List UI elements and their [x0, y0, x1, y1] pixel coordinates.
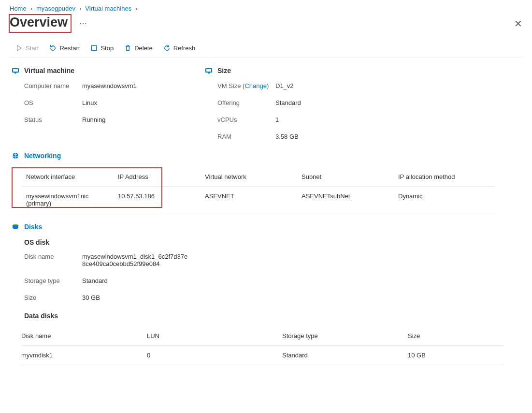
- disk-size-label: Size: [24, 294, 82, 301]
- play-icon: [15, 44, 23, 52]
- dd-size-header: Size: [408, 326, 504, 346]
- svg-rect-4: [14, 73, 16, 74]
- vcpus-value: 1: [275, 116, 369, 123]
- alloc-header: IP allocation method: [398, 167, 495, 187]
- computer-name-value: myasewindowsvm1: [82, 82, 176, 89]
- breadcrumb: Home › myasegpudev › Virtual machines ›: [10, 5, 522, 12]
- chevron-right-icon: ›: [30, 5, 32, 12]
- svg-marker-0: [17, 45, 21, 51]
- ip-header: IP Address: [118, 167, 205, 187]
- os-disk-heading: OS disk: [24, 238, 520, 246]
- breadcrumb-section[interactable]: Virtual machines: [85, 5, 131, 12]
- size-heading: Size: [217, 67, 231, 74]
- page-title: Overview: [10, 15, 68, 30]
- stop-button[interactable]: Stop: [88, 44, 115, 53]
- size-icon: [205, 67, 213, 74]
- delete-button[interactable]: Delete: [122, 44, 155, 53]
- svg-rect-3: [13, 69, 18, 72]
- chevron-right-icon: ›: [79, 5, 81, 12]
- disk-size-value: 30 GB: [82, 294, 215, 301]
- data-disks-table: Disk name LUN Storage type Size myvmdisk…: [21, 326, 520, 365]
- restart-label: Restart: [59, 44, 80, 52]
- disk-name-label: Disk name: [24, 253, 82, 267]
- ram-label: RAM: [217, 133, 275, 140]
- offering-value: Standard: [275, 99, 369, 106]
- ram-value: 3.58 GB: [275, 133, 369, 140]
- start-button: Start: [14, 44, 41, 53]
- vmsize-value: D1_v2: [275, 82, 369, 89]
- vm-heading: Virtual machine: [24, 67, 74, 74]
- refresh-label: Refresh: [173, 44, 196, 52]
- vm-section-header: Virtual machine: [12, 67, 176, 74]
- restart-icon: [49, 44, 57, 52]
- disks-icon: [12, 223, 19, 231]
- networking-table: Network interface IP Address Virtual net…: [21, 167, 520, 213]
- vnet-header: Virtual network: [205, 167, 302, 187]
- more-icon[interactable]: ⋯: [75, 19, 87, 28]
- svg-rect-7: [208, 73, 210, 74]
- disk-name-value: myasewindowsvm1_disk1_6c2f7d37e8ce409ca0…: [82, 253, 188, 267]
- storage-type-label: Storage type: [24, 277, 82, 284]
- restart-button[interactable]: Restart: [47, 44, 82, 53]
- breadcrumb-home[interactable]: Home: [10, 5, 27, 12]
- stop-label: Stop: [101, 44, 114, 52]
- close-icon[interactable]: ✕: [514, 19, 522, 29]
- chevron-right-icon: ›: [135, 5, 137, 12]
- dd-lun-value: 0: [147, 346, 282, 365]
- nic-header: Network interface: [21, 167, 118, 187]
- svg-rect-1: [92, 45, 97, 50]
- computer-name-label: Computer name: [24, 82, 82, 89]
- vcpus-label: vCPUs: [217, 116, 275, 123]
- start-label: Start: [26, 44, 39, 52]
- offering-label: Offering: [217, 99, 275, 106]
- alloc-value: Dynamic: [398, 187, 495, 213]
- os-value: Linux: [82, 99, 176, 106]
- refresh-icon: [163, 44, 171, 52]
- os-label: OS: [24, 99, 82, 106]
- networking-section-header[interactable]: Networking: [12, 152, 520, 160]
- nic-value: myasewindowsvm1nic (primary): [21, 187, 118, 213]
- svg-rect-6: [206, 69, 211, 72]
- breadcrumb-resource[interactable]: myasegpudev: [36, 5, 75, 12]
- networking-heading: Networking: [24, 152, 61, 160]
- dd-storage-header: Storage type: [282, 326, 408, 346]
- status-label: Status: [24, 116, 82, 123]
- ip-value: 10.57.53.186: [118, 187, 205, 213]
- subnet-header: Subnet: [302, 167, 398, 187]
- disks-section-header[interactable]: Disks: [12, 223, 520, 231]
- dd-lun-header: LUN: [147, 326, 282, 346]
- dd-storage-value: Standard: [282, 346, 408, 365]
- refresh-button[interactable]: Refresh: [161, 44, 198, 53]
- size-section-header: Size: [205, 67, 369, 74]
- network-icon: [12, 152, 19, 160]
- storage-type-value: Standard: [82, 277, 215, 284]
- stop-icon: [90, 44, 98, 52]
- vmsize-label: VM Size (Change): [217, 82, 275, 89]
- dd-size-value: 10 GB: [408, 346, 504, 365]
- vnet-value: ASEVNET: [205, 187, 302, 213]
- subnet-value: ASEVNETsubNet: [302, 187, 398, 213]
- delete-label: Delete: [134, 44, 153, 52]
- dd-name-value: myvmdisk1: [21, 346, 147, 365]
- change-size-link[interactable]: Change: [244, 82, 267, 89]
- data-disks-heading: Data disks: [24, 312, 520, 320]
- disks-heading: Disks: [24, 223, 42, 231]
- status-value: Running: [82, 116, 176, 123]
- command-bar: Start Restart Stop Delete Refresh: [10, 39, 522, 58]
- trash-icon: [124, 44, 131, 52]
- dd-name-header: Disk name: [21, 326, 147, 346]
- vm-icon: [12, 67, 19, 74]
